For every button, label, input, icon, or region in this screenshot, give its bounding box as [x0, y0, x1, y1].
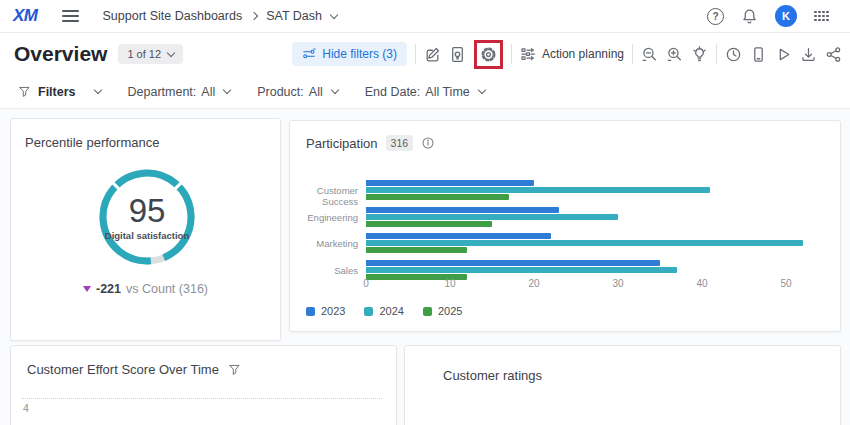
chart-legend: 202320242025	[306, 305, 462, 317]
info-icon[interactable]	[421, 136, 435, 150]
toolbar-separator	[415, 44, 416, 64]
lightbulb-icon[interactable]	[691, 46, 708, 63]
page-selector[interactable]: 1 of 12	[118, 44, 183, 64]
toolbar-separator	[716, 44, 717, 64]
avatar[interactable]: K	[775, 5, 797, 27]
page-title: Overview	[14, 42, 107, 66]
share-icon[interactable]	[825, 46, 842, 63]
filter-sliders-icon	[302, 47, 316, 61]
x-tick-label: 30	[612, 278, 623, 289]
help-icon[interactable]: ?	[707, 8, 724, 25]
gridline	[21, 398, 382, 399]
widget-title: Customer ratings	[443, 368, 542, 383]
filter-end-date[interactable]: End Date All Time	[365, 85, 485, 99]
action-planning-icon	[520, 46, 536, 62]
legend-item-2024[interactable]: 2024	[364, 305, 403, 317]
gear-icon[interactable]	[480, 46, 497, 63]
menu-icon[interactable]	[62, 10, 79, 22]
widget-percentile-performance: Percentile performance 95 Digital satisf…	[10, 118, 281, 341]
bar-2023[interactable]	[366, 180, 534, 186]
filter-value: All	[201, 85, 215, 99]
arrow-down-icon	[83, 286, 91, 292]
breadcrumb-root-link[interactable]: Support Site Dashboards	[103, 9, 243, 23]
gauge-value: 95	[129, 194, 166, 227]
comparison-row: -221 vs Count (316)	[11, 282, 280, 296]
top-nav: XM Support Site Dashboards SAT Dash ? K	[0, 0, 850, 33]
bar-2023[interactable]	[366, 207, 559, 213]
bar-2025[interactable]	[366, 194, 509, 200]
hide-filters-button[interactable]: Hide filters (3)	[292, 42, 407, 66]
funnel-icon[interactable]	[228, 363, 241, 376]
gauge: 95 Digital satisfaction	[97, 167, 197, 267]
clock-icon[interactable]	[725, 46, 742, 63]
document-idea-icon[interactable]	[449, 46, 466, 63]
bar-2024[interactable]	[366, 187, 710, 193]
topnav-actions: ? K	[707, 5, 830, 27]
bar-2024[interactable]	[366, 214, 618, 220]
bar-group: Customer Success	[290, 180, 824, 200]
x-tick-label: 0	[363, 278, 369, 289]
bar-2024[interactable]	[366, 267, 677, 273]
edit-icon[interactable]	[424, 46, 441, 63]
breadcrumb-current[interactable]: SAT Dash	[266, 9, 322, 23]
filter-product[interactable]: Product All	[257, 85, 337, 99]
category-label: Marketing	[296, 238, 358, 249]
widget-title: Customer Effort Score Over Time	[27, 362, 219, 377]
y-tick: 4	[23, 402, 29, 414]
page-indicator: 1 of 12	[127, 48, 161, 60]
widget-canvas: Percentile performance 95 Digital satisf…	[0, 109, 850, 425]
legend-item-2025[interactable]: 2025	[423, 305, 462, 317]
bar-2023[interactable]	[366, 260, 660, 266]
delta-value: -221	[96, 282, 121, 296]
widget-participation: Participation 316 Customer SuccessEngine…	[289, 120, 841, 332]
xm-logo: XM	[13, 6, 38, 26]
legend-label: 2025	[438, 305, 462, 317]
filters-toggle[interactable]: Filters	[18, 85, 101, 99]
chevron-down-icon	[478, 86, 486, 94]
funnel-icon	[18, 85, 31, 98]
x-tick-label: 50	[780, 278, 791, 289]
legend-swatch	[306, 307, 315, 316]
download-icon[interactable]	[800, 46, 817, 63]
bar-group: Marketing	[290, 233, 824, 253]
x-tick-label: 20	[528, 278, 539, 289]
legend-swatch	[364, 307, 373, 316]
delta-context: vs Count (316)	[126, 282, 208, 296]
toolbar: Hide filters (3) Action planning	[292, 40, 842, 69]
bell-icon[interactable]	[741, 8, 758, 25]
chevron-down-icon	[330, 86, 338, 94]
legend-swatch	[423, 307, 432, 316]
bar-group: Engineering	[290, 207, 824, 227]
zoom-out-icon[interactable]	[641, 46, 658, 63]
breadcrumb: Support Site Dashboards SAT Dash	[103, 9, 337, 23]
legend-item-2023[interactable]: 2023	[306, 305, 345, 317]
widget-title: Participation	[306, 136, 378, 151]
bar-2025[interactable]	[366, 247, 467, 253]
bar-2023[interactable]	[366, 233, 551, 239]
apps-grid-icon[interactable]	[814, 10, 830, 22]
chevron-right-icon	[250, 12, 258, 20]
zoom-in-icon[interactable]	[666, 46, 683, 63]
filter-department[interactable]: Department All	[128, 85, 231, 99]
filters-bar: Filters Department All Product All End D…	[0, 75, 850, 109]
bar-2025[interactable]	[366, 221, 492, 227]
bar-2024[interactable]	[366, 240, 803, 246]
chevron-down-icon[interactable]	[330, 10, 338, 18]
filter-value: All Time	[425, 85, 469, 99]
action-planning-button[interactable]: Action planning	[520, 46, 624, 62]
chevron-down-icon	[223, 86, 231, 94]
category-label: Sales	[296, 265, 358, 276]
gauge-label: Digital satisfaction	[105, 230, 189, 241]
toolbar-separator	[511, 44, 512, 64]
legend-label: 2024	[379, 305, 403, 317]
widget-ces-over-time: Customer Effort Score Over Time 4	[10, 345, 397, 425]
toolbar-separator	[632, 44, 633, 64]
category-label: Engineering	[296, 212, 358, 223]
widget-customer-ratings: Customer ratings	[404, 345, 841, 425]
play-icon[interactable]	[775, 46, 792, 63]
page-header: Overview 1 of 12 Hide filters (3)	[0, 33, 850, 75]
count-badge: 316	[386, 135, 414, 151]
mobile-icon[interactable]	[750, 46, 767, 63]
bar-group: Sales	[290, 260, 824, 280]
dashboard-screen: XM Support Site Dashboards SAT Dash ? K …	[0, 0, 850, 425]
